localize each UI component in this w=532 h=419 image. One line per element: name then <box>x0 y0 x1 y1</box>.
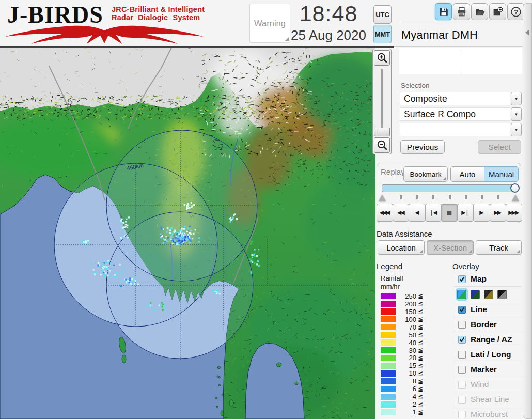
legend-color-swatch <box>381 339 396 346</box>
overlay-row-shear-line: Shear Line <box>453 392 522 407</box>
eagle-logo-icon <box>3 23 206 44</box>
select-button[interactable]: Select <box>478 140 521 154</box>
legend-value: 10 <box>396 369 416 377</box>
zoom-slider-handle[interactable] <box>374 128 390 136</box>
legend-color-swatch <box>381 394 396 400</box>
overlay-row-border: Border <box>453 317 522 332</box>
checkbox-marker[interactable] <box>458 366 466 374</box>
overlay-item-label: Wind <box>471 380 489 389</box>
overlay-row-line: Line <box>453 302 522 317</box>
legend-color-swatch <box>381 316 396 322</box>
legend-color-swatch <box>381 293 396 299</box>
bookmark-button[interactable]: Bookmark <box>403 166 448 182</box>
mmt-toggle-button[interactable]: MMT <box>373 25 392 43</box>
product-category-dropdown-arrow[interactable]: ▼ <box>511 92 522 105</box>
product-option-dropdown-arrow[interactable]: ▼ <box>511 123 522 136</box>
zoom-slider-track[interactable] <box>381 69 383 130</box>
legend-color-swatch <box>381 347 396 353</box>
checkbox-microburst[interactable] <box>458 411 466 418</box>
checkbox-wind[interactable] <box>458 381 466 389</box>
data-assistance-label: Data Assistance <box>377 229 432 238</box>
replay-slider-handle[interactable] <box>510 183 520 193</box>
print-button[interactable] <box>453 3 470 20</box>
x-section-button[interactable]: X-Section <box>427 240 474 255</box>
add-window-icon <box>493 7 503 17</box>
message-box[interactable] <box>399 48 522 74</box>
legend-row: 10≦ <box>381 369 437 377</box>
playback-play-button[interactable]: ▶ <box>473 204 490 222</box>
checkbox-shear-line[interactable] <box>458 396 466 404</box>
product-type-dropdown[interactable]: Surface R Compo <box>400 107 510 121</box>
legend-row: 6≦ <box>381 385 437 393</box>
slider-start-marker[interactable] <box>379 195 386 201</box>
legend-value: 50 <box>396 331 416 339</box>
previous-button[interactable]: Previous <box>400 140 445 154</box>
title-separator <box>398 24 522 24</box>
overlay-row-microburst: Microburst <box>453 407 522 419</box>
product-category-dropdown[interactable]: Composite <box>400 92 510 105</box>
checkbox-range-az[interactable] <box>458 336 466 344</box>
checkbox-lati-long[interactable] <box>458 351 466 359</box>
playback-rewind-button[interactable]: ◀◀ <box>393 204 409 222</box>
corner-grip-icon <box>468 250 472 253</box>
track-button[interactable]: Track <box>476 240 522 255</box>
slider-tick <box>481 195 483 199</box>
legend-row: 40≦ <box>381 339 437 347</box>
overlay-item-label: Range / AZ <box>471 335 512 344</box>
playback-forward-button[interactable]: ▶▶ <box>490 204 506 222</box>
overlay-item-label: Lati / Long <box>471 350 511 359</box>
checkbox-line[interactable] <box>458 306 466 314</box>
legend-operator: ≦ <box>418 378 423 385</box>
product-option-dropdown[interactable] <box>400 123 510 136</box>
save-button[interactable] <box>435 3 452 20</box>
map-style-4[interactable] <box>497 290 507 299</box>
utc-toggle-button[interactable]: UTC <box>373 5 392 24</box>
corner-grip-icon <box>517 250 520 253</box>
manual-mode-button[interactable]: Manual <box>484 166 519 182</box>
playback-step-forward-button[interactable]: ▶❘ <box>457 204 474 222</box>
overlay-options: MapLineBorderRange / AZLati / LongMarker… <box>453 272 522 419</box>
add-window-button[interactable] <box>489 3 506 20</box>
slider-end-marker[interactable] <box>512 195 519 201</box>
overlay-row-lati-long: Lati / Long <box>453 347 522 362</box>
auto-mode-button[interactable]: Auto <box>450 166 484 182</box>
legend-operator: ≦ <box>418 370 423 377</box>
playback-stop-button[interactable]: ■ <box>441 204 458 222</box>
open-folder-button[interactable] <box>471 3 488 20</box>
map-zoom-control <box>372 49 392 154</box>
product-type-dropdown-arrow[interactable]: ▼ <box>511 107 522 121</box>
zoom-out-button[interactable] <box>374 137 390 153</box>
location-button[interactable]: Location <box>378 240 425 255</box>
map-style-3[interactable] <box>484 290 493 299</box>
replay-slider-track[interactable] <box>382 184 517 192</box>
legend-operator: ≦ <box>418 409 423 416</box>
legend-row: 70≦ <box>381 323 437 331</box>
legend-operator: ≦ <box>418 354 423 362</box>
legend-unit-line2: mm/hr <box>381 283 400 290</box>
radar-map-svg: 450km <box>0 48 375 419</box>
selection-label: Selection <box>401 82 430 89</box>
playback-jump-start-button[interactable]: ◀◀◀ <box>377 204 393 222</box>
legend-row: 20≦ <box>381 354 437 362</box>
playback-jump-end-button[interactable]: ▶▶▶ <box>506 204 522 222</box>
corner-grip-icon <box>443 177 446 180</box>
help-button[interactable]: ? <box>507 3 524 20</box>
overlay-item-label: Microburst <box>471 410 508 419</box>
legend-value: 8 <box>396 377 416 385</box>
zoom-in-button[interactable] <box>374 50 390 66</box>
legend-value: 30 <box>396 347 416 354</box>
checkbox-map[interactable] <box>458 275 466 283</box>
playback-step-back-button[interactable]: ❘◀ <box>425 204 442 222</box>
legend-value: 2 <box>396 400 416 408</box>
playback-play-reverse-button[interactable]: ◀ <box>409 204 425 222</box>
playback-controls: ◀◀◀◀◀◀❘◀■▶❘▶▶▶▶▶▶ <box>377 204 522 222</box>
panel-collapse-strip[interactable] <box>523 3 532 419</box>
zoom-out-icon <box>377 139 388 151</box>
legend-color-swatch <box>381 301 396 307</box>
slider-tick <box>497 195 499 199</box>
map-style-2[interactable] <box>471 290 480 299</box>
checkbox-border[interactable] <box>458 321 466 329</box>
map-style-1-selected[interactable] <box>457 290 466 299</box>
radar-map-viewport[interactable]: 450km <box>0 48 375 419</box>
legend-value: 150 <box>396 308 416 316</box>
